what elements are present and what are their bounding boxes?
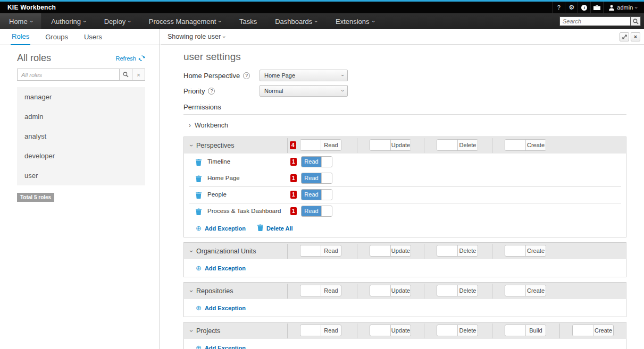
chevron-down-icon: › — [339, 74, 345, 76]
gear-icon[interactable]: ⚙ — [565, 2, 578, 13]
toggle-delete[interactable]: Delete — [437, 245, 478, 257]
toggle-read-on[interactable]: Read — [301, 156, 332, 167]
nav-item-label: Process Management — [149, 18, 216, 25]
section-actions: ⊕Add Exception — [184, 339, 626, 349]
toggle-label: Read — [321, 140, 341, 150]
toggle-label: Read — [302, 157, 321, 167]
toggle-handle — [300, 325, 321, 336]
add-exception-link[interactable]: ⊕Add Exception — [196, 225, 246, 232]
section-name[interactable]: ›Projects — [184, 327, 220, 335]
help-icon[interactable]: ? — [208, 88, 215, 95]
toggle-read[interactable]: 4Read — [300, 139, 341, 151]
plus-circle-icon: ⊕ — [196, 304, 202, 311]
nav-item-tasks[interactable]: Tasks — [230, 13, 266, 29]
sidebar-tabs: RolesGroupsUsers — [0, 29, 160, 45]
section-title: Repositories — [196, 287, 233, 295]
toggle-update[interactable]: Update — [370, 285, 411, 296]
tab-users[interactable]: Users — [83, 30, 103, 45]
exception-name: Process & Task Dashboard — [207, 203, 281, 219]
nav-item-deploy[interactable]: Deploy› — [95, 13, 140, 29]
toggle-delete[interactable]: Delete — [437, 139, 478, 151]
trash-icon[interactable] — [196, 208, 202, 217]
nav-item-process-management[interactable]: Process Management› — [140, 13, 230, 29]
home-perspective-label: Home Perspective — [183, 72, 240, 80]
roles-list: manageradminanalystdeveloperuser — [17, 87, 145, 185]
toggle-label: Delete — [458, 285, 478, 296]
toggle-update[interactable]: Update — [370, 139, 411, 151]
home-perspective-select[interactable]: Home Page › — [260, 70, 348, 81]
priority-select[interactable]: Normal › — [260, 85, 348, 97]
toggle-handle — [437, 285, 458, 296]
close-panel-button[interactable]: × — [631, 32, 640, 41]
toggle-create[interactable]: Create — [505, 139, 546, 151]
priority-label: Priority — [183, 87, 205, 95]
toggle-update[interactable]: Update — [370, 245, 411, 257]
toggle-delete[interactable]: Delete — [437, 325, 478, 336]
roles-filter-input[interactable] — [17, 69, 120, 81]
app-title: KIE Workbench — [7, 4, 56, 11]
list-item-role-developer[interactable]: developer — [17, 146, 145, 166]
expand-panel-button[interactable] — [620, 32, 629, 41]
toggle-handle — [321, 173, 332, 183]
list-item-role-analyst[interactable]: analyst — [17, 126, 145, 146]
toggle-read-on[interactable]: Read — [301, 173, 332, 184]
add-exception-link[interactable]: ⊕Add Exception — [196, 304, 246, 311]
trash-icon[interactable] — [196, 175, 202, 184]
toggle-create[interactable]: Create — [505, 285, 546, 296]
chevron-down-icon: › — [188, 290, 195, 292]
toggle-label: Delete — [458, 245, 478, 256]
exception-count-badge: 1 — [290, 174, 297, 182]
section-name[interactable]: ›Perspectives — [184, 142, 235, 149]
nav-item-home[interactable]: Home› — [0, 13, 42, 29]
nav-item-dashboards[interactable]: Dashboards› — [266, 13, 327, 29]
trash-icon[interactable] — [196, 191, 202, 201]
tab-roles[interactable]: Roles — [11, 29, 30, 45]
list-item-role-user[interactable]: user — [17, 166, 145, 185]
nav-items: Home›Authoring›Deploy›Process Management… — [0, 13, 383, 29]
search-button[interactable] — [631, 16, 641, 26]
briefcase-icon[interactable] — [590, 2, 603, 13]
sidebar-body: All roles Refresh × manageradminanalystd… — [0, 45, 160, 202]
roles-clear-button[interactable]: × — [132, 69, 145, 81]
chevron-down-icon: › — [371, 20, 377, 22]
help-icon[interactable]: ? — [243, 72, 250, 79]
tab-groups[interactable]: Groups — [44, 30, 69, 45]
toggle-handle — [573, 325, 593, 336]
toggle-read[interactable]: Read — [300, 245, 341, 257]
toggle-read[interactable]: Read — [300, 325, 341, 336]
toggle-read-on[interactable]: Read — [301, 206, 332, 217]
toggle-delete[interactable]: Delete — [437, 285, 478, 296]
workbench-group-toggle[interactable]: › Workbench — [183, 121, 626, 130]
add-exception-link[interactable]: ⊕Add Exception — [196, 265, 246, 271]
exception-name: Timeline — [207, 154, 230, 170]
toggle-label: Create — [593, 325, 613, 336]
list-item-role-manager[interactable]: manager — [17, 87, 145, 107]
search-input[interactable] — [559, 16, 631, 26]
toggle-read-on[interactable]: Read — [301, 189, 332, 200]
help-icon[interactable]: ? — [552, 2, 565, 13]
trash-icon[interactable] — [196, 158, 202, 168]
toggle-read[interactable]: Read — [300, 285, 341, 296]
panel-title-dropdown[interactable]: Showing role user › — [161, 33, 225, 40]
nav-item-label: Home — [9, 18, 28, 25]
refresh-button[interactable]: Refresh — [115, 55, 145, 62]
toggle-build[interactable]: Build — [505, 325, 546, 336]
info-icon[interactable]: i — [578, 2, 590, 13]
roles-search-button[interactable] — [120, 69, 132, 81]
toggle-update[interactable]: Update — [370, 325, 411, 336]
list-item-role-admin[interactable]: admin — [17, 107, 145, 126]
chevron-down-icon: › — [634, 6, 640, 8]
user-menu[interactable]: admin › — [603, 2, 644, 13]
section-name[interactable]: ›Repositories — [184, 287, 233, 295]
main-navbar: Home›Authoring›Deploy›Process Management… — [0, 13, 644, 29]
toggle-create[interactable]: Create — [505, 245, 546, 257]
toggle-label: Update — [391, 285, 411, 296]
section-name[interactable]: ›Organizational Units — [184, 248, 256, 255]
toggle-handle — [321, 190, 332, 200]
nav-item-extensions[interactable]: Extensions› — [327, 13, 383, 29]
add-exception-link[interactable]: ⊕Add Exception — [196, 344, 246, 349]
plus-circle-icon: ⊕ — [196, 265, 202, 271]
delete-all-link[interactable]: Delete All — [257, 224, 293, 232]
nav-item-authoring[interactable]: Authoring› — [42, 13, 95, 29]
toggle-create[interactable]: Create — [572, 325, 614, 336]
